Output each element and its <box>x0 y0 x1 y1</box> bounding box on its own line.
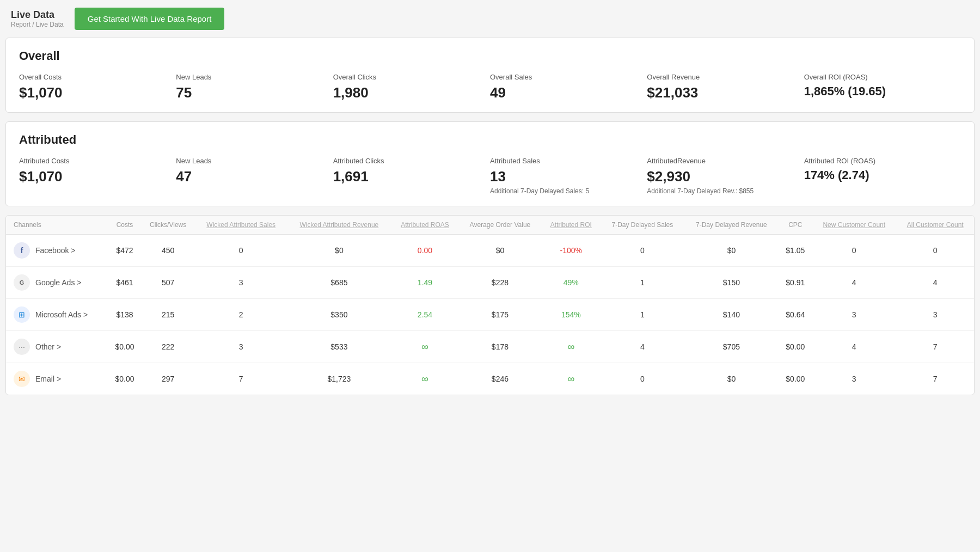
all-cust-1: 4 <box>896 267 974 299</box>
costs-3: $0.00 <box>108 331 142 363</box>
channel-link-2[interactable]: Microsoft Ads > <box>35 310 88 319</box>
delayed-rev-3: $705 <box>684 331 779 363</box>
page-title: Live Data <box>11 9 64 21</box>
all-cust-4: 7 <box>896 363 974 395</box>
attr-roas-3: ∞ <box>391 331 458 363</box>
all-cust-0: 0 <box>896 235 974 267</box>
other-icon: ··· <box>14 339 30 355</box>
metric-label: Attributed Sales <box>490 157 647 165</box>
attributed-metric-5: Attributed ROI (ROAS) 174% (2.74) <box>804 157 961 195</box>
overall-metric-0: Overall Costs $1,070 <box>19 73 176 101</box>
attr-roi-0: -100% <box>541 235 601 267</box>
attr-roi-4: ∞ <box>541 363 601 395</box>
overall-metric-1: New Leads 75 <box>176 73 333 101</box>
overall-title: Overall <box>19 49 961 63</box>
overall-section: Overall Overall Costs $1,070 New Leads 7… <box>5 38 975 113</box>
channel-cell-0[interactable]: f Facebook > <box>6 235 108 267</box>
delayed-sales-1: 1 <box>601 267 684 299</box>
attr-roi-1: 49% <box>541 267 601 299</box>
cpc-2: $0.64 <box>779 299 812 331</box>
delayed-sales-0: 0 <box>601 235 684 267</box>
channel-link-1[interactable]: Google Ads > <box>35 278 81 287</box>
costs-4: $0.00 <box>108 363 142 395</box>
col-header-2: Clicks/Views <box>141 216 195 235</box>
channel-cell-3[interactable]: ··· Other > <box>6 331 108 363</box>
metric-value: 174% (2.74) <box>804 168 961 182</box>
wk-sales-4: 7 <box>195 363 287 395</box>
wk-revenue-2: $350 <box>287 299 391 331</box>
attributed-metrics-row: Attributed Costs $1,070 New Leads 47 Att… <box>19 157 961 195</box>
clicks-0: 450 <box>141 235 195 267</box>
channel-link-4[interactable]: Email > <box>35 375 61 383</box>
col-header-1: Costs <box>108 216 142 235</box>
channels-table-section: ChannelsCostsClicks/ViewsWicked Attribut… <box>5 215 975 395</box>
wk-sales-3: 3 <box>195 331 287 363</box>
channel-cell-2[interactable]: ⊞ Microsoft Ads > <box>6 299 108 331</box>
delayed-sales-4: 0 <box>601 363 684 395</box>
wk-sales-1: 3 <box>195 267 287 299</box>
metric-value: 1,980 <box>333 84 490 101</box>
attr-roas-0: 0.00 <box>391 235 458 267</box>
col-header-3[interactable]: Wicked Attributed Sales <box>195 216 287 235</box>
metric-value: 13 <box>490 168 647 185</box>
cpc-4: $0.00 <box>779 363 812 395</box>
attributed-metric-2: Attributed Clicks 1,691 <box>333 157 490 195</box>
avg-order-3: $178 <box>459 331 542 363</box>
clicks-3: 222 <box>141 331 195 363</box>
avg-order-4: $246 <box>459 363 542 395</box>
col-header-4[interactable]: Wicked Attributed Revenue <box>287 216 391 235</box>
channel-cell-1[interactable]: G Google Ads > <box>6 267 108 299</box>
delayed-rev-2: $140 <box>684 299 779 331</box>
new-cust-2: 3 <box>812 299 896 331</box>
get-started-button[interactable]: Get Started With Live Data Report <box>75 8 225 30</box>
google-icon: G <box>14 274 30 291</box>
col-header-6: Average Order Value <box>459 216 542 235</box>
costs-1: $461 <box>108 267 142 299</box>
attr-roi-2: 154% <box>541 299 601 331</box>
delayed-rev-0: $0 <box>684 235 779 267</box>
costs-2: $138 <box>108 299 142 331</box>
overall-metric-2: Overall Clicks 1,980 <box>333 73 490 101</box>
col-header-11[interactable]: New Customer Count <box>812 216 896 235</box>
delayed-sales-3: 4 <box>601 331 684 363</box>
col-header-0: Channels <box>6 216 108 235</box>
metric-label: Overall Costs <box>19 73 176 81</box>
col-header-8: 7-Day Delayed Sales <box>601 216 684 235</box>
col-header-5[interactable]: Attributed ROAS <box>391 216 458 235</box>
col-header-7[interactable]: Attributed ROI <box>541 216 601 235</box>
all-cust-3: 7 <box>896 331 974 363</box>
delayed-sales-2: 1 <box>601 299 684 331</box>
attr-roas-1: 1.49 <box>391 267 458 299</box>
table-row: ✉ Email > $0.00 297 7 $1,723 ∞ $246 ∞ 0 … <box>6 363 974 395</box>
wk-sales-0: 0 <box>195 235 287 267</box>
metric-sub: Additional 7-Day Delayed Rev.: $855 <box>647 187 804 195</box>
new-cust-3: 4 <box>812 331 896 363</box>
attributed-metric-0: Attributed Costs $1,070 <box>19 157 176 195</box>
channel-cell-4[interactable]: ✉ Email > <box>6 363 108 395</box>
table-row: ⊞ Microsoft Ads > $138 215 2 $350 2.54 $… <box>6 299 974 331</box>
channel-link-3[interactable]: Other > <box>35 342 61 351</box>
channel-link-0[interactable]: Facebook > <box>35 246 76 255</box>
new-cust-0: 0 <box>812 235 896 267</box>
metric-value: $1,070 <box>19 84 176 101</box>
metric-label: Overall ROI (ROAS) <box>804 73 961 81</box>
clicks-2: 215 <box>141 299 195 331</box>
attributed-metric-3: Attributed Sales 13 Additional 7-Day Del… <box>490 157 647 195</box>
channels-table: ChannelsCostsClicks/ViewsWicked Attribut… <box>6 216 974 395</box>
attributed-section: Attributed Attributed Costs $1,070 New L… <box>5 121 975 206</box>
overall-metrics-row: Overall Costs $1,070 New Leads 75 Overal… <box>19 73 961 101</box>
new-cust-4: 3 <box>812 363 896 395</box>
delayed-rev-1: $150 <box>684 267 779 299</box>
wk-revenue-3: $533 <box>287 331 391 363</box>
new-cust-1: 4 <box>812 267 896 299</box>
metric-label: Overall Clicks <box>333 73 490 81</box>
col-header-12[interactable]: All Customer Count <box>896 216 974 235</box>
attributed-title: Attributed <box>19 133 961 147</box>
attr-roi-3: ∞ <box>541 331 601 363</box>
avg-order-0: $0 <box>459 235 542 267</box>
overall-metric-3: Overall Sales 49 <box>490 73 647 101</box>
cpc-0: $1.05 <box>779 235 812 267</box>
col-header-9: 7-Day Delayed Revenue <box>684 216 779 235</box>
attr-roas-2: 2.54 <box>391 299 458 331</box>
wk-sales-2: 2 <box>195 299 287 331</box>
